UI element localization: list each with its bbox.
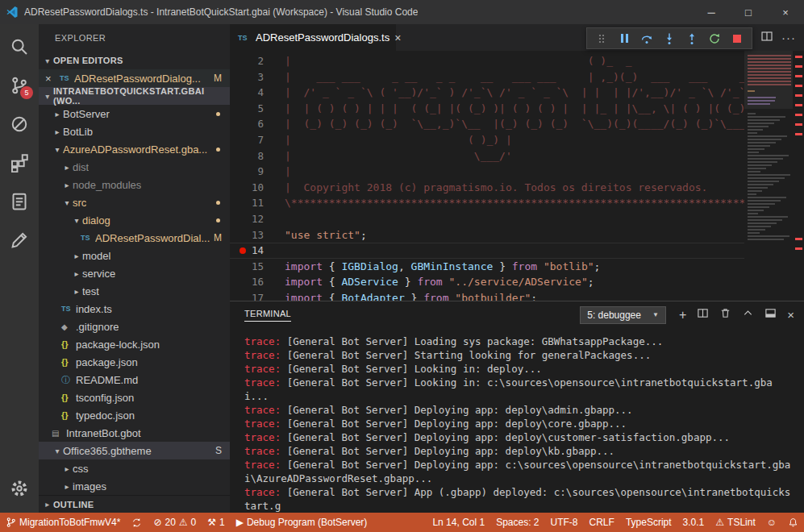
tree-folder-item[interactable]: ▸images bbox=[39, 477, 230, 495]
line-number[interactable]: 4 bbox=[230, 85, 264, 101]
split-editor-button[interactable] bbox=[760, 30, 773, 46]
pause-button[interactable] bbox=[613, 28, 635, 48]
notifications-bell-button[interactable] bbox=[782, 513, 804, 532]
encoding[interactable]: UTF-8 bbox=[545, 513, 584, 532]
tree-file-item[interactable]: {}typedoc.json bbox=[39, 406, 230, 424]
tree-folder-item[interactable]: ▸BotServer bbox=[39, 105, 230, 123]
code-editor[interactable]: 2| ( )_ _ |3| ___ ___ _ __ _ _ __ ___ __… bbox=[230, 51, 804, 301]
source-control-icon[interactable]: 5 bbox=[0, 66, 39, 105]
sync-button[interactable] bbox=[126, 513, 148, 532]
minimap[interactable] bbox=[744, 51, 793, 301]
line-number[interactable]: 5 bbox=[230, 101, 264, 117]
tree-folder-item[interactable]: ▸test bbox=[39, 282, 230, 300]
git-branch-indicator[interactable]: MigrationToBotFmwV4* bbox=[0, 513, 126, 532]
code-line[interactable]: 8| \___/' | bbox=[230, 148, 744, 164]
code-line[interactable]: 2| ( )_ _ | bbox=[230, 53, 744, 69]
code-line[interactable]: 5| | ( ) ( ) | | | ( (_| |( (_) )| ( ) (… bbox=[230, 101, 744, 117]
step-into-button[interactable] bbox=[658, 28, 681, 48]
open-editors-section-header[interactable]: ▾ OPEN EDITORS bbox=[39, 52, 230, 69]
drag-grip-icon[interactable] bbox=[590, 28, 613, 48]
edit-icon[interactable] bbox=[0, 221, 39, 260]
terminal-output[interactable]: trace: [General Bot Server] Loading sys … bbox=[230, 328, 804, 513]
tree-folder-item[interactable]: ▸css bbox=[39, 459, 230, 477]
line-number[interactable]: 7 bbox=[230, 132, 264, 148]
minimize-button[interactable]: ─ bbox=[693, 0, 730, 24]
code-line[interactable]: 14 bbox=[230, 243, 744, 259]
tree-file-item[interactable]: ▤IntranetBot.gbot bbox=[39, 424, 230, 442]
line-number[interactable]: 10 bbox=[230, 180, 264, 196]
code-line[interactable]: 10| Copyright 2018 (c) pragmatismo.io. T… bbox=[230, 180, 744, 196]
close-panel-button[interactable]: × bbox=[787, 308, 794, 322]
split-terminal-button[interactable] bbox=[697, 307, 709, 322]
extensions-icon[interactable] bbox=[0, 143, 39, 182]
tree-folder-item[interactable]: ▾AzureADPasswordReset.gba... bbox=[39, 140, 230, 158]
settings-gear-icon[interactable] bbox=[0, 469, 39, 508]
editor-tab[interactable]: TS ADResetPasswordDialogs.ts × bbox=[230, 24, 396, 51]
workspace-section-header[interactable]: ▾ INTRANETBOTQUICKSTART.GBAI (WO... bbox=[39, 87, 230, 105]
tree-file-item[interactable]: {}package.json bbox=[39, 353, 230, 371]
kill-terminal-button[interactable] bbox=[719, 307, 731, 322]
indentation[interactable]: Spaces: 2 bbox=[490, 513, 544, 532]
cursor-position[interactable]: Ln 14, Col 1 bbox=[427, 513, 490, 532]
stop-button[interactable] bbox=[726, 28, 748, 48]
tree-folder-item[interactable]: ▸dist bbox=[39, 158, 230, 176]
line-number[interactable]: 12 bbox=[230, 211, 264, 227]
terminal-tab[interactable]: TERMINAL bbox=[244, 309, 291, 322]
open-editor-item[interactable]: × TS ADResetPasswordDialog... M bbox=[39, 69, 230, 87]
tree-file-item[interactable]: ◆.gitignore bbox=[39, 318, 230, 335]
tree-file-item[interactable]: {}package-lock.json bbox=[39, 335, 230, 353]
typescript-version[interactable]: 3.0.1 bbox=[677, 513, 710, 532]
tree-file-item[interactable]: ⓘREADME.md bbox=[39, 371, 230, 389]
tree-file-item[interactable]: TSADResetPasswordDial...M bbox=[39, 229, 230, 247]
tslint-status[interactable]: ⚠ TSLint bbox=[710, 513, 760, 532]
line-number[interactable]: 11 bbox=[230, 195, 264, 211]
debug-icon[interactable] bbox=[0, 105, 39, 143]
more-actions-button[interactable]: ··· bbox=[781, 31, 796, 44]
code-line[interactable]: 12 bbox=[230, 211, 744, 227]
restart-button[interactable] bbox=[703, 28, 726, 48]
close-window-button[interactable]: × bbox=[767, 0, 804, 24]
code-line[interactable]: 4| /' _ ` _ `\ ( '__)/'_` ) /'_`\ /' _ `… bbox=[230, 85, 744, 101]
code-line[interactable]: 13"use strict"; bbox=[230, 227, 744, 243]
line-number[interactable]: 13 bbox=[230, 227, 264, 243]
tree-folder-item[interactable]: ▾Office365.gbthemeS bbox=[39, 442, 230, 459]
line-number[interactable]: 3 bbox=[230, 69, 264, 85]
code-line[interactable]: 16import { ADService } from "../service/… bbox=[230, 274, 744, 290]
close-icon[interactable]: × bbox=[45, 73, 56, 85]
line-number[interactable]: 9 bbox=[230, 164, 264, 180]
debug-program-indicator[interactable]: ▶ Debug Program (BotServer) bbox=[231, 513, 373, 532]
code-line[interactable]: 15import { IGBDialog, GBMinInstance } fr… bbox=[230, 259, 744, 275]
line-number[interactable]: 17 bbox=[230, 290, 264, 301]
tree-folder-item[interactable]: ▸service bbox=[39, 264, 230, 282]
document-icon[interactable] bbox=[0, 182, 39, 221]
tasks-indicator[interactable]: ⚒ 1 bbox=[202, 513, 230, 532]
code-line[interactable]: 9| | bbox=[230, 164, 744, 180]
code-line[interactable]: 17import { BotAdapter } from "botbuilder… bbox=[230, 290, 744, 301]
line-number[interactable]: 2 bbox=[230, 53, 264, 69]
code-line[interactable]: 3| ___ ___ _ __ _ _ __ ___ ___ | ,_)(_) … bbox=[230, 69, 744, 85]
panel-layout-button[interactable] bbox=[764, 307, 777, 322]
line-number[interactable]: 14 bbox=[230, 243, 264, 259]
step-out-button[interactable] bbox=[681, 28, 703, 48]
code-line[interactable]: 7| ( )_) | | bbox=[230, 132, 744, 148]
maximize-panel-button[interactable] bbox=[742, 307, 754, 322]
tree-folder-item[interactable]: ▸BotLib bbox=[39, 123, 230, 140]
search-icon[interactable] bbox=[0, 27, 39, 66]
line-number[interactable]: 15 bbox=[230, 259, 264, 275]
line-number[interactable]: 8 bbox=[230, 148, 264, 164]
tree-file-item[interactable]: {}tsconfig.json bbox=[39, 389, 230, 406]
code-line[interactable]: 11\*************************************… bbox=[230, 195, 744, 211]
terminal-selector[interactable]: 5: debuggee ▼ bbox=[580, 306, 666, 324]
close-tab-icon[interactable]: × bbox=[394, 31, 401, 44]
overview-ruler[interactable] bbox=[793, 51, 804, 301]
tree-folder-item[interactable]: ▾src bbox=[39, 193, 230, 211]
feedback-smiley-button[interactable]: ☺ bbox=[761, 513, 782, 532]
maximize-button[interactable]: □ bbox=[730, 0, 767, 24]
code-line[interactable]: 6| (_) (_) (_) (_) `\__,_)`\__ |(_) (_) … bbox=[230, 116, 744, 132]
new-terminal-button[interactable]: + bbox=[679, 309, 686, 322]
problems-indicator[interactable]: ⊘ 20 ⚠ 0 bbox=[148, 513, 202, 532]
outline-section-header[interactable]: ▸ OUTLINE bbox=[39, 495, 230, 513]
language-mode[interactable]: TypeScript bbox=[620, 513, 677, 532]
line-number[interactable]: 6 bbox=[230, 116, 264, 132]
step-over-button[interactable] bbox=[635, 28, 658, 48]
